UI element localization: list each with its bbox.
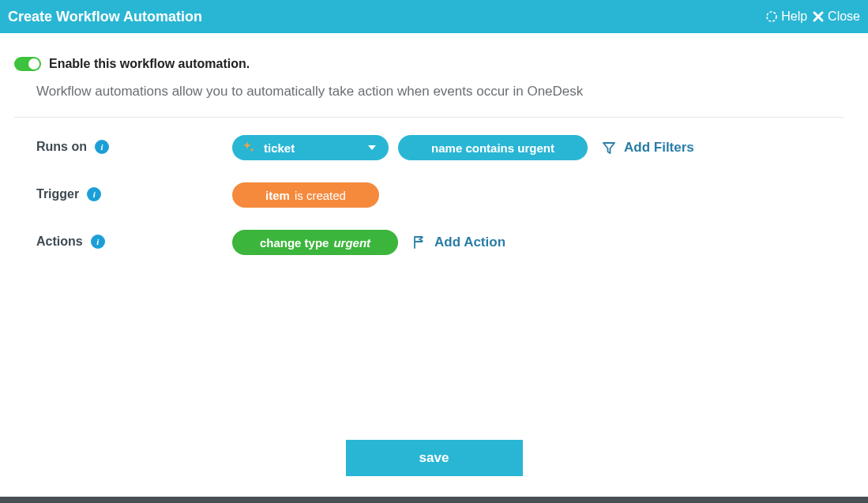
runs-on-filter-text: name contains urgent [431, 141, 554, 155]
trigger-subject: item [265, 189, 290, 202]
close-label: Close [828, 9, 860, 24]
trigger-event: is created [295, 189, 346, 202]
save-label: save [419, 450, 449, 466]
trigger-content: item is created [232, 182, 379, 208]
flag-icon [412, 235, 426, 250]
svg-point-0 [767, 12, 776, 21]
chevron-down-icon [368, 145, 376, 150]
divider [14, 117, 844, 118]
bottom-bar [0, 497, 868, 503]
sparkle-icon [242, 141, 256, 155]
trigger-row: Trigger i item is created [14, 182, 844, 208]
enable-toggle[interactable] [14, 57, 41, 71]
actions-row: Actions i change type urgent Add Action [14, 230, 844, 255]
runs-on-label-group: Runs on i [36, 135, 232, 154]
help-label: Help [781, 9, 807, 24]
runs-on-type-select[interactable]: ticket [232, 135, 389, 160]
save-button[interactable]: save [346, 440, 523, 476]
header-actions: Help Close [765, 9, 860, 24]
actions-label: Actions [36, 235, 83, 249]
info-icon[interactable]: i [87, 187, 101, 201]
trigger-pill[interactable]: item is created [232, 182, 379, 208]
action-value: urgent [333, 236, 370, 250]
action-pill[interactable]: change type urgent [232, 230, 398, 255]
modal-body: Enable this workflow automation. Workflo… [0, 33, 868, 255]
add-action-label: Add Action [434, 235, 505, 250]
enable-label: Enable this workflow automation. [49, 57, 250, 71]
runs-on-type-value: ticket [264, 141, 295, 155]
trigger-label-group: Trigger i [36, 182, 232, 201]
trigger-label: Trigger [36, 187, 79, 201]
runs-on-row: Runs on i ticket name contains urgent [14, 135, 844, 160]
filter-icon [602, 141, 616, 155]
close-button[interactable]: Close [812, 9, 860, 24]
add-filters-button[interactable]: Add Filters [602, 140, 694, 156]
actions-content: change type urgent Add Action [232, 230, 505, 255]
description-text: Workflow automations allow you to automa… [36, 84, 844, 99]
close-icon [812, 10, 825, 23]
add-filters-label: Add Filters [624, 140, 694, 156]
modal-header: Create Workflow Automation Help Close [0, 0, 868, 33]
help-button[interactable]: Help [765, 9, 807, 24]
action-verb: change type [260, 236, 329, 250]
enable-row: Enable this workflow automation. [14, 57, 844, 71]
info-icon[interactable]: i [91, 235, 105, 249]
actions-label-group: Actions i [36, 230, 232, 249]
help-icon [765, 10, 778, 23]
modal-title: Create Workflow Automation [8, 9, 202, 25]
add-action-button[interactable]: Add Action [412, 235, 505, 250]
runs-on-label: Runs on [36, 140, 87, 154]
runs-on-content: ticket name contains urgent Add Filters [232, 135, 694, 160]
runs-on-filter-pill[interactable]: name contains urgent [398, 135, 588, 160]
info-icon[interactable]: i [95, 140, 109, 154]
